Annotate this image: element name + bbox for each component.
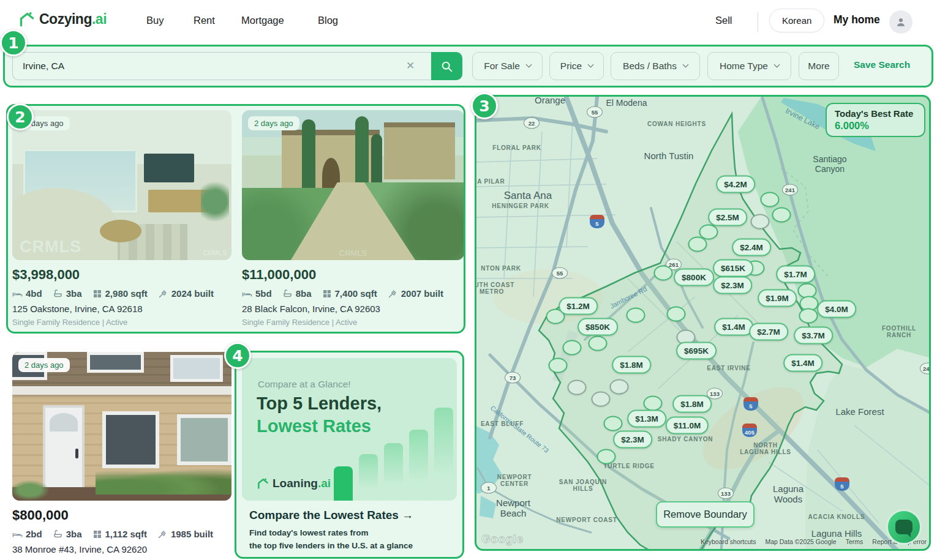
map-cluster-marker[interactable]	[772, 207, 791, 223]
promo-description: Find today's lowest rates from	[249, 528, 369, 537]
map-price-marker[interactable]: $11.0M	[666, 417, 709, 435]
map-price-marker[interactable]: $850K	[578, 318, 618, 336]
map-price-marker[interactable]: $4.2M	[716, 176, 755, 193]
listing-status: Single Family Residence | Active	[242, 318, 464, 327]
map-price-marker[interactable]: $800K	[674, 269, 714, 286]
map-price-marker[interactable]: $1.2M	[559, 297, 598, 315]
map-price-marker[interactable]: $2.3M	[613, 431, 652, 449]
listing-specs: 4bd 3ba 2,980 sqft 2024 built	[12, 288, 231, 299]
lender-promo-card[interactable]: Compare at a Glance! Top 5 Lenders, Lowe…	[235, 351, 464, 559]
map-price-marker[interactable]: $1.4M	[714, 318, 753, 336]
map-price-marker[interactable]: $1.7M	[776, 266, 815, 283]
language-button[interactable]: Korean	[769, 9, 824, 32]
route-shield: 133	[718, 488, 734, 499]
logo-text: Cozying.ai	[39, 11, 107, 28]
map-cluster-marker[interactable]	[589, 336, 608, 351]
page: Cozying.ai Buy Rent Mortgage Blog Sell K…	[0, 0, 937, 560]
promo-bar	[434, 408, 453, 501]
map-cluster-marker[interactable]	[568, 380, 587, 395]
best-rate-card: Today's Best Rate 6.000%	[826, 103, 925, 137]
map-price-marker[interactable]: $2.4M	[732, 239, 771, 256]
map-price-marker[interactable]: $1.9M	[758, 289, 797, 307]
listing-badge: 2 days ago	[18, 358, 70, 372]
listing-card[interactable]: 2 days ago CRMLS CRMLS $3,998,000 4bd 3b…	[12, 110, 231, 327]
map-price-marker[interactable]: $2.5M	[708, 209, 747, 226]
filter-price[interactable]: Price	[549, 52, 604, 80]
map-cluster-marker[interactable]	[549, 358, 568, 373]
listing-photo[interactable]: 2 days ago CRMLS	[242, 110, 464, 260]
search-input[interactable]	[12, 52, 432, 80]
listing-photo[interactable]: 2 days ago	[12, 352, 231, 501]
listing-price: $3,998,000	[12, 267, 231, 283]
filter-beds-baths[interactable]: Beds / Baths	[611, 52, 700, 80]
chevron-down-icon	[682, 62, 688, 68]
remove-boundary-button[interactable]: Remove Boundary	[656, 501, 754, 528]
annotation-badge-4: 4	[224, 342, 251, 369]
listing-photo[interactable]: 2 days ago CRMLS CRMLS	[12, 110, 231, 260]
listing-card[interactable]: 2 days ago CRMLS $11,000,000 5bd 8ba 7,4…	[242, 110, 464, 327]
chat-widget-button[interactable]	[886, 509, 922, 545]
route-shield: 55	[587, 106, 603, 118]
listing-card[interactable]: 2 days ago $800,000 2bd 3ba 1,112 sqft 1…	[12, 352, 231, 554]
terms-link[interactable]: Terms	[846, 538, 864, 545]
map-price-marker[interactable]: $1.3M	[627, 410, 666, 428]
filter-for-sale[interactable]: For Sale	[472, 52, 543, 80]
map-cluster-marker[interactable]	[627, 308, 645, 323]
keyboard-shortcuts-link[interactable]: Keyboard shortcuts	[701, 538, 756, 545]
nav-mortgage[interactable]: Mortgage	[241, 15, 284, 26]
map-price-marker[interactable]: $4.0M	[817, 301, 856, 318]
nav-rent[interactable]: Rent	[194, 15, 215, 26]
map-cluster-marker[interactable]	[592, 392, 611, 407]
listing-price: $11,000,000	[242, 267, 464, 283]
map-cluster-marker[interactable]	[688, 237, 707, 252]
map-cluster-marker[interactable]	[610, 379, 629, 395]
map-cluster-marker[interactable]	[751, 214, 770, 230]
map-cluster-marker[interactable]	[597, 449, 616, 465]
map-price-marker[interactable]: $3.7M	[794, 327, 833, 345]
bed-icon	[12, 288, 23, 299]
nav-buy[interactable]: Buy	[146, 15, 164, 26]
nav-sell[interactable]: Sell	[715, 15, 732, 26]
photo-bushes	[12, 480, 50, 501]
photo-door-fan	[50, 413, 78, 431]
map-cluster-marker[interactable]	[761, 192, 780, 207]
route-shield: 241	[782, 184, 798, 196]
promo-bar	[384, 443, 403, 501]
map-cluster-marker[interactable]	[644, 396, 663, 411]
map-cluster-marker[interactable]	[654, 266, 673, 281]
map-price-marker[interactable]: $2.3M	[713, 277, 752, 294]
map-price-marker[interactable]: $2.7M	[749, 323, 788, 341]
search-icon	[440, 60, 453, 73]
watermark-small: CRMLS	[203, 249, 227, 256]
map-cluster-marker[interactable]	[667, 307, 686, 322]
built-hammer-icon	[157, 529, 168, 539]
filter-more[interactable]: More	[799, 52, 839, 80]
avatar[interactable]	[889, 10, 913, 34]
bed-icon	[242, 288, 252, 299]
clear-search-icon[interactable]: ✕	[403, 59, 418, 73]
search-button[interactable]	[431, 52, 462, 80]
filter-home-type[interactable]: Home Type	[707, 52, 791, 80]
nav-blog[interactable]: Blog	[318, 15, 338, 26]
listing-address: 125 Oakstone, Irvine, CA 92618	[12, 304, 231, 314]
map-base-layer	[475, 95, 931, 551]
map-cluster-marker[interactable]	[604, 416, 623, 431]
route-shield: 5	[743, 397, 758, 411]
map-price-marker[interactable]: $1.8M	[612, 356, 651, 374]
sqft-grid-icon	[322, 289, 332, 299]
photo-window	[102, 411, 159, 468]
map-price-marker[interactable]: $1.8M	[672, 395, 712, 413]
map-price-marker[interactable]: $1.4M	[783, 354, 822, 372]
logo[interactable]: Cozying.ai	[18, 11, 107, 28]
bath-icon	[282, 288, 293, 299]
my-home-link[interactable]: My home	[834, 13, 880, 26]
save-search-button[interactable]: Save Search	[854, 59, 910, 70]
promo-cta-link[interactable]: Compare the Lowest Rates →	[249, 509, 413, 522]
listing-price: $800,000	[12, 507, 231, 523]
map-canvas[interactable]: Orange El Modena COWAN HEIGHTS North Tus…	[475, 95, 931, 551]
map-cluster-marker[interactable]	[563, 340, 582, 356]
map-cluster-marker[interactable]	[799, 308, 818, 324]
best-rate-value: 6.000%	[835, 120, 916, 132]
map-price-marker[interactable]: $615K	[713, 259, 753, 277]
map-price-marker[interactable]: $695K	[676, 342, 717, 360]
